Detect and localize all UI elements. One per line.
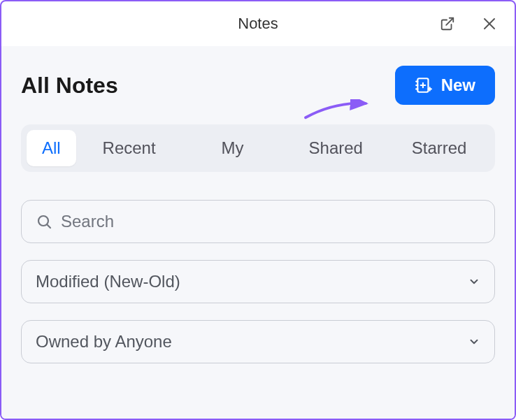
main-panel: All Notes New All Recent My Shared Starr… <box>1 46 515 419</box>
titlebar-title: Notes <box>238 15 278 33</box>
chevron-down-icon <box>468 335 480 348</box>
titlebar-actions <box>439 15 498 32</box>
titlebar: Notes <box>1 1 515 46</box>
owner-dropdown[interactable]: Owned by Anyone <box>21 320 495 363</box>
chevron-down-icon <box>468 275 480 288</box>
svg-line-10 <box>47 224 50 228</box>
new-note-icon <box>415 76 433 94</box>
search-icon <box>36 213 52 230</box>
filter-tabs: All Recent My Shared Starred <box>21 124 495 172</box>
tab-my[interactable]: My <box>182 130 283 166</box>
close-icon[interactable] <box>481 15 498 32</box>
open-external-icon[interactable] <box>439 15 456 32</box>
tab-recent[interactable]: Recent <box>79 130 180 166</box>
owner-dropdown-label: Owned by Anyone <box>36 332 459 352</box>
search-input[interactable] <box>61 212 480 231</box>
tab-all[interactable]: All <box>27 130 76 166</box>
sort-dropdown-label: Modified (New-Old) <box>36 272 459 291</box>
svg-line-0 <box>446 18 453 25</box>
tab-starred[interactable]: Starred <box>389 130 489 166</box>
tab-shared[interactable]: Shared <box>285 130 386 166</box>
new-button-label: New <box>441 75 475 95</box>
sort-dropdown[interactable]: Modified (New-Old) <box>21 260 495 303</box>
search-field[interactable] <box>21 200 495 243</box>
header-row: All Notes New <box>21 66 495 105</box>
new-note-button[interactable]: New <box>395 66 495 105</box>
page-title: All Notes <box>21 73 118 99</box>
